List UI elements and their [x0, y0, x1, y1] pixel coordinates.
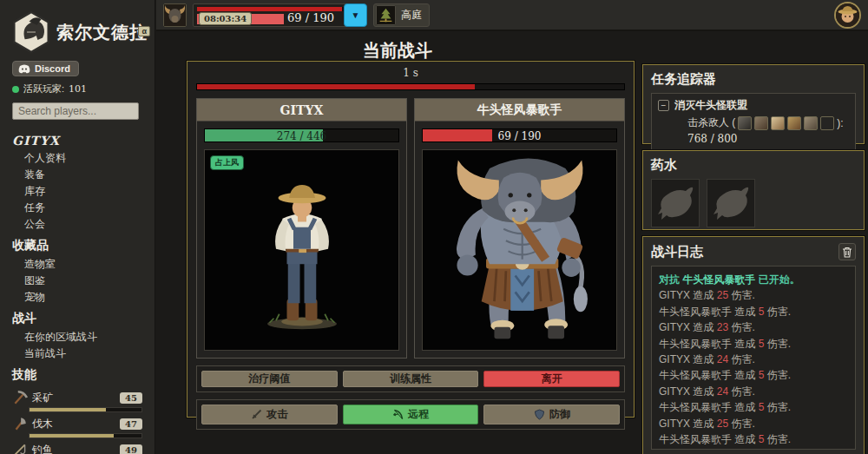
main-content: 当前战斗 1 s GITYX 274 / 446 占上风: [156, 31, 639, 454]
online-dot-icon: [12, 86, 19, 93]
battle-panel: 1 s GITYX 274 / 446 占上风: [187, 61, 635, 418]
active-players-label: 活跃玩家:: [23, 82, 64, 95]
skill-progress-bar: [29, 433, 142, 438]
turn-timer-label: 1 s: [196, 67, 625, 79]
quest-objective: 击杀敌人 ( ):: [687, 115, 849, 130]
sidebar-item-inventory[interactable]: 库存: [0, 183, 155, 200]
logo-row: 索尔文德拉 α: [0, 0, 155, 54]
sidebar-nav: GITYX 个人资料 装备 库存 任务 公会 收藏品 造物室 图鉴 宠物 战斗 …: [0, 128, 155, 385]
log-entry: GITYX 造成 24 伤害.: [659, 352, 848, 367]
location-button[interactable]: 高庭: [373, 3, 430, 27]
sidebar-item-profile[interactable]: 个人资料: [0, 150, 155, 167]
log-entry: GITYX 造成 25 伤害.: [659, 416, 848, 431]
active-players-count: 101: [69, 83, 87, 95]
skill-row-fishing[interactable]: 钓鱼 49: [0, 439, 155, 454]
log-entry: 牛头怪风暴歌手 造成 5 伤害.: [659, 367, 848, 383]
crest-icon: [376, 5, 396, 25]
objective-suffix: ):: [837, 117, 843, 129]
leave-button[interactable]: 离开: [483, 371, 620, 387]
alpha-badge: α: [138, 26, 150, 36]
sword-icon: [251, 409, 262, 420]
battle-status-widget[interactable]: 08:03:34 69 / 190: [193, 3, 351, 27]
skills-list: 采矿 45 伐木 47 钓鱼 49: [0, 387, 155, 454]
bow-icon: [392, 409, 404, 420]
active-players: 活跃玩家: 101: [12, 82, 155, 95]
discord-icon: [18, 64, 30, 74]
discord-button[interactable]: Discord: [12, 61, 79, 76]
nav-header-combat: 战斗: [0, 306, 155, 329]
skill-name: 钓鱼: [32, 443, 115, 454]
sidebar-item-codex[interactable]: 图鉴: [0, 273, 155, 289]
quest-progress: 768 / 800: [687, 133, 849, 145]
quest-enemy-icon: [754, 116, 768, 130]
potion-slot[interactable]: [707, 179, 755, 227]
ranged-button[interactable]: 远程: [343, 405, 479, 424]
log-entry: GITYX 造成 24 伤害.: [659, 384, 848, 399]
player-hp-bar: 274 / 446: [204, 128, 399, 142]
combat-log-list: 对抗 牛头怪风暴歌手 已开始。 GITYX 造成 25 伤害. 牛头怪风暴歌手 …: [651, 266, 856, 450]
quest-entry: − 消灭牛头怪联盟 击杀敌人 ( ): 768 / 800: [651, 93, 856, 150]
sidebar-item-guild[interactable]: 公会: [0, 216, 155, 233]
defend-button[interactable]: 防御: [483, 405, 620, 424]
knight-logo-icon: [11, 10, 51, 54]
attack-button[interactable]: 攻击: [201, 405, 338, 424]
sidebar-item-workshop[interactable]: 造物室: [0, 256, 155, 273]
sidebar-item-equipment[interactable]: 装备: [0, 167, 155, 183]
quest-enemy-icon: [804, 116, 818, 130]
skill-name: 伐木: [32, 417, 115, 431]
skill-row-woodcutting[interactable]: 伐木 47: [0, 413, 155, 438]
heal-threshold-button[interactable]: 治疗阈值: [201, 371, 338, 387]
attack-label: 攻击: [266, 407, 287, 422]
trash-icon: [842, 247, 852, 258]
nav-header-player: GITYX: [0, 128, 155, 150]
skill-row-mining[interactable]: 采矿 45: [0, 387, 155, 412]
log-entry: 牛头怪风暴歌手 造成 5 伤害.: [659, 304, 848, 319]
sidebar-item-area-combat[interactable]: 在你的区域战斗: [0, 329, 155, 345]
profile-avatar[interactable]: [834, 2, 861, 29]
quest-enemy-icon: [771, 116, 785, 130]
profile-avatar-icon: [836, 3, 859, 27]
potions-title: 药水: [651, 157, 856, 174]
discord-label: Discord: [35, 63, 70, 74]
chevron-down-icon: ▼: [352, 10, 360, 20]
enemy-avatar[interactable]: [163, 3, 187, 27]
dropdown-button[interactable]: ▼: [344, 3, 367, 27]
fish-icon: [712, 186, 750, 220]
farmer-portrait-image: [237, 163, 367, 337]
quest-enemy-icon: [738, 116, 752, 130]
woodcutting-icon: [12, 416, 28, 431]
log-entry: 牛头怪风暴歌手 造成 5 伤害.: [659, 431, 848, 447]
collapse-quest-button[interactable]: −: [658, 100, 669, 111]
app-title: 索尔文德拉: [56, 21, 148, 44]
shield-icon: [534, 409, 545, 420]
sidebar-item-pets[interactable]: 宠物: [0, 289, 155, 306]
turn-timer-bar: [196, 83, 625, 90]
player-hp-value: 274 / 446: [205, 130, 398, 142]
enemy-hp-bar: 69 / 190: [422, 128, 617, 142]
skill-level-badge: 45: [120, 392, 142, 404]
quest-tracker-title: 任务追踪器: [651, 71, 856, 88]
log-entry-start: 对抗 牛头怪风暴歌手 已开始。: [659, 272, 848, 287]
fish-icon: [656, 186, 694, 220]
location-label: 高庭: [401, 8, 422, 23]
skill-level-badge: 47: [120, 418, 142, 430]
nav-header-collections: 收藏品: [0, 233, 155, 256]
potion-slot[interactable]: [651, 179, 700, 227]
skill-level-badge: 49: [120, 444, 142, 454]
sidebar-item-current-combat[interactable]: 当前战斗: [0, 345, 155, 362]
quest-title[interactable]: 消灭牛头怪联盟: [674, 98, 747, 113]
clear-log-button[interactable]: [838, 243, 856, 260]
page-title: 当前战斗: [156, 39, 639, 63]
log-entry: GITYX 造成 25 伤害.: [659, 287, 848, 303]
minotaur-portrait-image: [437, 157, 602, 344]
enemy-portrait: [422, 149, 617, 351]
player-name: GITYX: [197, 99, 406, 122]
train-attribute-button[interactable]: 训练属性: [343, 371, 479, 387]
search-input[interactable]: [12, 102, 139, 120]
player-portrait: 占上风: [204, 149, 399, 351]
topbar: 08:03:34 69 / 190 ▼ 高庭: [156, 0, 868, 31]
sidebar-item-tasks[interactable]: 任务: [0, 200, 155, 216]
right-column: 任务追踪器 − 消灭牛头怪联盟 击杀敌人 ( ): 768 / 800 药水: [642, 31, 865, 454]
enemy-hp-value: 69 / 190: [423, 130, 616, 142]
battle-options-row: 治疗阈值 训练属性 离开: [196, 365, 625, 392]
